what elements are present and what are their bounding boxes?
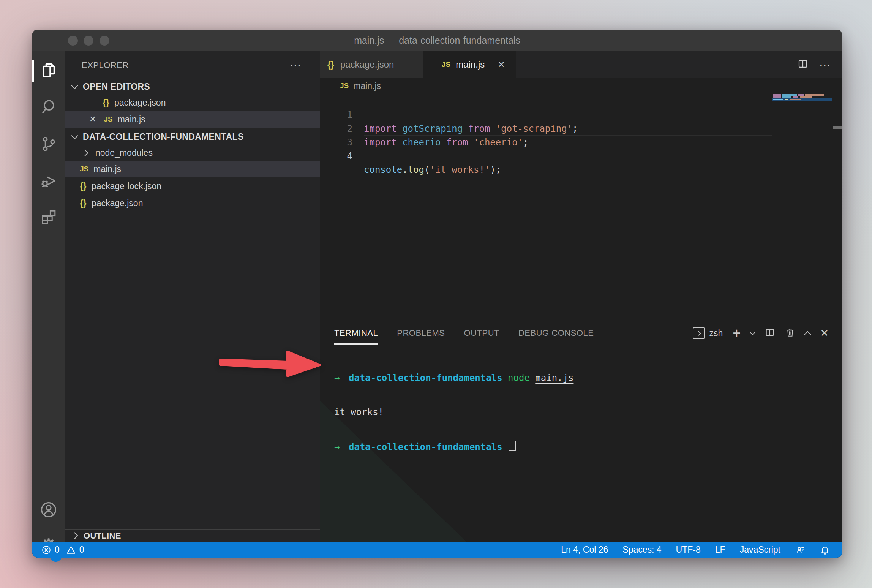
terminal-dropdown-icon[interactable]: [750, 329, 756, 335]
file-label: package.json: [114, 98, 166, 108]
panel-tabs: TERMINAL PROBLEMS OUTPUT DEBUG CONSOLE: [334, 321, 594, 345]
active-indicator: [32, 60, 34, 82]
editor-actions: ⋯: [797, 51, 831, 78]
js-icon: JS: [340, 82, 349, 90]
js-icon: JS: [80, 165, 88, 173]
json-icon: {}: [80, 198, 87, 209]
tab-label: package.json: [340, 59, 394, 70]
chevron-down-icon: [71, 132, 78, 139]
json-icon: {}: [327, 60, 334, 70]
terminal-cursor: [509, 441, 516, 451]
new-terminal-icon[interactable]: +: [733, 326, 741, 340]
status-bar: 0 0 Ln 4, Col 26 Spaces: 4 UTF-8 LF Java…: [32, 542, 842, 558]
chevron-right-icon: [81, 149, 88, 156]
errors-icon[interactable]: [41, 545, 51, 555]
error-count[interactable]: 0: [55, 545, 60, 555]
minimap[interactable]: [772, 94, 832, 321]
code-line: 1 import gotScraping from 'got-scraping'…: [320, 95, 842, 108]
explorer-sidebar: EXPLORER ⋯ OPEN EDITORS {} package.json …: [65, 51, 320, 542]
split-terminal-icon[interactable]: [765, 327, 775, 339]
feedback-icon[interactable]: [795, 545, 806, 555]
terminal-line: →data-collection-fundamentals: [334, 441, 834, 453]
json-icon: {}: [80, 181, 87, 191]
open-editors-label: OPEN EDITORS: [83, 82, 150, 92]
open-editor-main-js[interactable]: ✕ JS main.js: [65, 111, 320, 128]
run-debug-icon: [40, 172, 57, 189]
activity-explorer[interactable]: [32, 52, 65, 89]
chevron-down-icon: [71, 82, 78, 89]
encoding[interactable]: UTF-8: [676, 545, 701, 555]
tab-main-js[interactable]: JS main.js ✕: [423, 51, 516, 78]
tab-debug-console[interactable]: DEBUG CONSOLE: [518, 321, 594, 345]
activity-extensions[interactable]: [32, 199, 65, 236]
breadcrumb-file: main.js: [353, 81, 381, 91]
split-editor-icon[interactable]: [797, 58, 809, 71]
shell-name: zsh: [709, 328, 723, 338]
activity-run-debug[interactable]: [32, 162, 65, 199]
section-outline[interactable]: OUTLINE: [65, 529, 320, 542]
source-control-icon: [40, 135, 57, 153]
terminal-icon: [693, 327, 705, 339]
tree-item-package-lock[interactable]: {} package-lock.json: [65, 178, 320, 194]
more-actions-icon[interactable]: ⋯: [819, 58, 831, 71]
tree-item-node-modules[interactable]: node_modules: [65, 144, 320, 161]
close-icon[interactable]: ✕: [89, 114, 96, 124]
js-icon: JS: [104, 115, 112, 123]
open-editor-package-json[interactable]: {} package.json: [65, 94, 320, 111]
window-title: main.js — data-collection-fundamentals: [32, 30, 842, 51]
shell-selector[interactable]: zsh: [693, 327, 723, 339]
notifications-bell-icon[interactable]: [820, 545, 830, 555]
file-label: package-lock.json: [92, 181, 161, 191]
tab-label: main.js: [456, 59, 485, 70]
line-number: 4: [320, 149, 352, 163]
title-bar: main.js — data-collection-fundamentals: [32, 30, 842, 51]
close-icon[interactable]: ✕: [498, 60, 505, 70]
eol-sequence[interactable]: LF: [715, 545, 725, 555]
activity-search[interactable]: [32, 89, 65, 125]
tab-package-json[interactable]: {} package.json: [320, 51, 423, 78]
section-folder-root[interactable]: DATA-COLLECTION-FUNDAMENTALS: [65, 128, 320, 145]
explorer-header: EXPLORER ⋯: [65, 51, 320, 79]
section-open-editors[interactable]: OPEN EDITORS: [65, 78, 320, 95]
code-line-current: 4 console.log('it works!');: [320, 136, 842, 149]
kill-terminal-icon[interactable]: [785, 327, 795, 339]
overview-cursor-marker: [833, 126, 842, 129]
close-panel-icon[interactable]: ✕: [820, 327, 829, 339]
maximize-panel-icon[interactable]: [804, 331, 811, 338]
tab-output[interactable]: OUTPUT: [464, 321, 499, 345]
file-label: main.js: [93, 164, 121, 174]
terminal-line: it works!: [334, 406, 834, 418]
extensions-icon: [40, 209, 57, 226]
breadcrumb[interactable]: JS main.js: [320, 78, 842, 94]
language-mode[interactable]: JavaScript: [740, 545, 780, 555]
tab-problems[interactable]: PROBLEMS: [397, 321, 445, 345]
search-icon: [40, 98, 57, 116]
bottom-panel: TERMINAL PROBLEMS OUTPUT DEBUG CONSOLE z…: [320, 321, 842, 542]
code-editor[interactable]: 1 import gotScraping from 'got-scraping'…: [320, 94, 842, 321]
activity-bar: ⚙ 1: [32, 51, 65, 542]
indentation[interactable]: Spaces: 4: [622, 545, 661, 555]
file-label: package.json: [92, 198, 143, 209]
json-icon: {}: [103, 98, 109, 108]
files-icon: [40, 62, 57, 79]
file-label: main.js: [118, 114, 145, 125]
terminal-output[interactable]: →data-collection-fundamentals node main.…: [334, 349, 834, 476]
activity-source-control[interactable]: [32, 126, 65, 162]
chevron-right-icon: [71, 532, 78, 539]
tree-item-package-json[interactable]: {} package.json: [65, 195, 320, 212]
warnings-icon[interactable]: [66, 545, 76, 555]
outline-label: OUTLINE: [84, 531, 121, 541]
account-icon: [39, 501, 58, 519]
tab-terminal[interactable]: TERMINAL: [334, 321, 378, 345]
folder-root-label: DATA-COLLECTION-FUNDAMENTALS: [83, 132, 244, 142]
folder-label: node_modules: [95, 148, 153, 158]
js-icon: JS: [442, 60, 450, 69]
tree-item-main-js[interactable]: JS main.js: [65, 161, 320, 177]
account-button[interactable]: [32, 492, 65, 528]
more-actions-icon[interactable]: ⋯: [290, 58, 302, 71]
cursor-position[interactable]: Ln 4, Col 26: [561, 545, 608, 555]
vscode-window: main.js — data-collection-fundamentals: [32, 30, 842, 558]
warning-count[interactable]: 0: [79, 545, 84, 555]
panel-actions: zsh + ✕: [693, 321, 829, 345]
editor-scrollbar[interactable]: [832, 94, 842, 321]
